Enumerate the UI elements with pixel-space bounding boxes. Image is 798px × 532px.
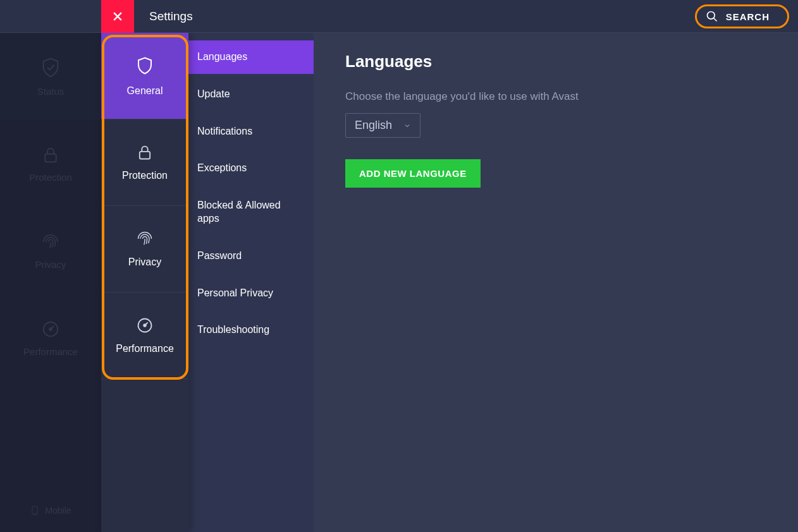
svg-point-6 (707, 12, 715, 20)
svg-point-9 (144, 324, 146, 327)
tab-label: Privacy (128, 257, 161, 268)
page-title: Settings (149, 0, 193, 33)
tab-label: Performance (116, 343, 174, 354)
settings-subnav: Languages Update Notifications Exception… (188, 33, 314, 532)
subnav-item-blocked-allowed-apps[interactable]: Blocked & Allowed apps (188, 189, 314, 236)
dim-overlay (0, 0, 101, 532)
subnav-item-notifications[interactable]: Notifications (188, 115, 314, 148)
subnav-item-label: Exceptions (197, 162, 247, 173)
close-button[interactable] (101, 0, 134, 33)
subnav-item-languages[interactable]: Languages (188, 40, 314, 74)
shield-icon (135, 55, 154, 76)
content-description: Choose the language you'd like to use wi… (345, 90, 766, 103)
subnav-item-label: Notifications (197, 126, 252, 136)
subnav-item-exceptions[interactable]: Exceptions (188, 152, 314, 185)
settings-content: Languages Choose the language you'd like… (314, 33, 798, 532)
subnav-item-label: Update (197, 88, 230, 99)
tab-privacy[interactable]: Privacy (101, 206, 188, 293)
subnav-item-label: Password (197, 250, 242, 261)
subnav-item-personal-privacy[interactable]: Personal Privacy (188, 277, 314, 310)
subnav-item-label: Troubleshooting (197, 324, 269, 335)
tab-performance[interactable]: Performance (101, 293, 188, 379)
subnav-item-update[interactable]: Update (188, 78, 314, 111)
tab-general[interactable]: General (101, 33, 188, 119)
subnav-item-password[interactable]: Password (188, 239, 314, 273)
close-icon (111, 10, 124, 23)
content-heading: Languages (345, 52, 766, 71)
tab-label: Protection (122, 170, 168, 181)
subnav-item-troubleshooting[interactable]: Troubleshooting (188, 313, 314, 347)
chevron-down-icon (403, 122, 411, 130)
search-label: SEARCH (726, 11, 770, 22)
add-button-label: ADD NEW LANGUAGE (359, 168, 467, 179)
settings-tab-column: General Protection Privacy Performance (101, 33, 188, 532)
svg-rect-7 (140, 152, 150, 159)
add-new-language-button[interactable]: ADD NEW LANGUAGE (345, 159, 481, 188)
lock-icon (136, 143, 154, 161)
search-button[interactable]: SEARCH (695, 4, 789, 28)
subnav-item-label: Languages (197, 51, 247, 62)
language-selected-value: English (355, 119, 392, 132)
fingerprint-icon (136, 230, 154, 248)
gauge-icon (136, 317, 154, 334)
tab-protection[interactable]: Protection (101, 119, 188, 206)
subnav-item-label: Blocked & Allowed apps (197, 200, 281, 224)
subnav-item-label: Personal Privacy (197, 287, 273, 298)
language-select[interactable]: English (345, 113, 420, 138)
search-icon (706, 10, 718, 23)
tab-label: General (127, 85, 163, 97)
settings-topbar: Settings SEARCH (0, 0, 798, 33)
